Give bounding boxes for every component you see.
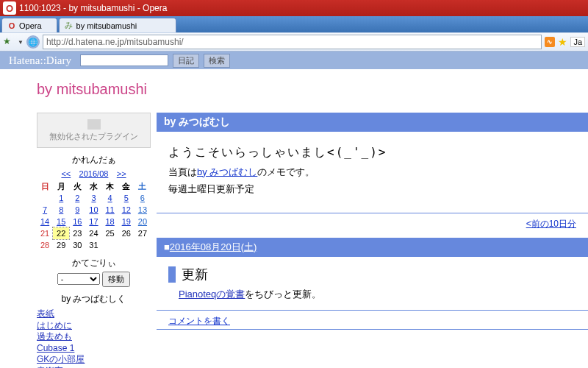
cal-day-link[interactable]: 16 (73, 217, 82, 226)
cal-day-link[interactable]: 5 (124, 194, 129, 202)
plugin-label: 無効化されたプラグイン (49, 131, 138, 142)
cal-day: 24 (85, 227, 101, 239)
cal-dow: 土 (135, 180, 151, 192)
entry-title-bar-icon (168, 266, 176, 283)
tab-label: Opera (19, 21, 42, 30)
cal-day-link[interactable]: 17 (89, 217, 98, 226)
divider (157, 329, 588, 330)
cal-prev[interactable]: << (61, 169, 71, 178)
sidebar-link[interactable]: 過去めも (37, 331, 151, 343)
hatena-logo[interactable]: Hatena::Diary (9, 54, 71, 67)
sidebar-link[interactable]: Cubase 1 (37, 343, 151, 355)
cal-day[interactable]: 10 (85, 204, 101, 216)
cal-day-link[interactable]: 20 (138, 217, 147, 226)
sidebar-link[interactable]: 表紙 (37, 308, 151, 320)
cal-day-link[interactable]: 12 (122, 205, 131, 214)
diary-button[interactable]: 日記 (173, 54, 199, 68)
cal-day-link[interactable]: 6 (140, 194, 145, 202)
cal-day: 27 (135, 227, 151, 239)
window-titlebar: O 1100:1023 - by mitsubamushi - Opera (0, 0, 588, 16)
cal-day[interactable]: 3 (85, 192, 101, 204)
sidebar-link[interactable]: はじめに (37, 320, 151, 332)
url-input[interactable] (43, 35, 542, 49)
cal-day-link[interactable]: 11 (106, 205, 115, 214)
cal-day-link[interactable]: 2 (75, 194, 79, 202)
cal-day-link[interactable]: 19 (122, 217, 131, 226)
cal-day[interactable]: 16 (69, 216, 85, 227)
cal-day[interactable]: 8 (53, 204, 69, 216)
cal-day[interactable]: 11 (102, 204, 118, 216)
cal-day[interactable]: 1 (53, 192, 69, 204)
entry-body: Pianoteqの覚書をちびっと更新。 (157, 288, 588, 310)
about-heading: by みつばむし (157, 113, 588, 132)
cal-day[interactable]: 17 (85, 216, 101, 227)
cal-day[interactable]: 4 (102, 192, 118, 204)
tab-opera[interactable]: O Opera (1, 18, 57, 32)
cal-day-link[interactable]: 3 (91, 194, 96, 202)
cal-day-link[interactable]: 8 (59, 205, 63, 214)
entry-body-link[interactable]: Pianoteqの覚書 (179, 289, 245, 300)
tab-page[interactable]: み by mitsubamushi (59, 18, 176, 32)
cal-day[interactable]: 13 (135, 204, 151, 216)
language-badge[interactable]: Ja (570, 37, 585, 47)
sidebar-link[interactable]: GKの小部屋 (37, 354, 151, 366)
cal-day[interactable]: 9 (69, 204, 85, 216)
cal-day[interactable]: 15 (53, 216, 69, 227)
write-comment-link[interactable]: コメントを書く (168, 316, 230, 326)
cal-month[interactable]: 2016/08 (79, 169, 109, 178)
cal-day-link[interactable]: 7 (43, 205, 47, 214)
cal-day[interactable]: 7 (37, 204, 53, 216)
cal-day: 25 (102, 227, 118, 239)
cal-day[interactable]: 20 (135, 216, 151, 227)
cal-dow: 木 (102, 180, 118, 192)
cal-day[interactable]: 12 (118, 204, 135, 216)
cal-day-link[interactable]: 10 (89, 205, 98, 214)
about-line2: 当頁はby みつばむしのメモです。 (168, 163, 576, 180)
entry-date-link[interactable]: 2016年08月20日(土) (170, 241, 257, 252)
category-heading: かてごりぃ (37, 257, 151, 269)
cal-day[interactable]: 18 (102, 216, 118, 227)
cal-day (102, 239, 118, 251)
disabled-plugin-box[interactable]: 無効化されたプラグイン (37, 113, 151, 148)
cal-day[interactable]: 5 (118, 192, 135, 204)
cal-day-link[interactable]: 18 (106, 217, 115, 226)
opera-tab-icon: O (7, 21, 17, 31)
category-go-button[interactable]: 移動 (102, 272, 130, 287)
cal-day: 30 (69, 239, 85, 251)
plugin-icon (87, 119, 101, 130)
dropdown-icon[interactable]: ▼ (18, 39, 24, 46)
cal-day-link[interactable]: 13 (138, 205, 147, 214)
prev-days-link[interactable]: <前の10日分 (526, 219, 576, 229)
calendar: 日月火水木金土 12345678910111213141516171819202… (37, 180, 151, 251)
bookmark-star-icon[interactable]: ★ (3, 36, 15, 48)
cal-day[interactable]: 14 (37, 216, 53, 227)
entry-title: 更新 (157, 257, 588, 288)
about-line3: 毎週土曜日更新予定 (168, 180, 576, 197)
cal-day[interactable]: 19 (118, 216, 135, 227)
search-button[interactable]: 検索 (204, 54, 230, 68)
welcome-text: ようこそいらっしゃいまし<(_'_)> (168, 142, 576, 163)
cal-day: 26 (118, 227, 135, 239)
category-select[interactable]: - (57, 273, 100, 285)
cal-day: 29 (53, 239, 69, 251)
cal-day[interactable]: 6 (135, 192, 151, 204)
window-title: 1100:1023 - by mitsubamushi - Opera (19, 3, 167, 13)
globe-icon[interactable]: 🌐 (26, 35, 40, 49)
about-self-link[interactable]: by みつばむし (197, 166, 257, 177)
cal-day-link[interactable]: 15 (57, 217, 65, 226)
cal-day: 23 (69, 227, 85, 239)
cal-day-link[interactable]: 14 (40, 217, 49, 226)
tab-label: by mitsubamushi (76, 21, 137, 30)
rss-icon[interactable]: ∿ (545, 37, 555, 47)
hatena-search-input[interactable] (80, 54, 168, 66)
favorite-star-icon[interactable]: ★ (558, 36, 567, 48)
blog-title[interactable]: by mitsubamushi (37, 81, 588, 98)
cal-day-link[interactable]: 4 (108, 194, 112, 202)
calendar-nav: << 2016/08 >> (37, 169, 151, 179)
cal-day-link[interactable]: 1 (59, 194, 63, 202)
cal-next[interactable]: >> (117, 169, 126, 178)
entry-date-heading: ■2016年08月20日(土) (157, 238, 588, 257)
cal-day-link[interactable]: 9 (75, 205, 79, 214)
cal-dow: 火 (69, 180, 85, 192)
cal-day[interactable]: 2 (69, 192, 85, 204)
